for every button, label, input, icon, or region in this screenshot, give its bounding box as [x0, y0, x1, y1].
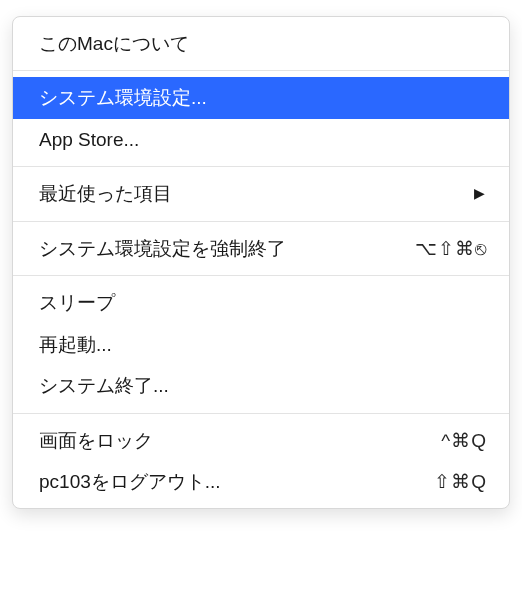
- menu-separator: [13, 413, 509, 414]
- menu-item-shortcut: ⇧⌘Q: [434, 467, 487, 496]
- menu-item-lock-screen[interactable]: 画面をロック ^⌘Q: [13, 420, 509, 461]
- menu-item-label: システム終了...: [39, 371, 487, 400]
- menu-item-label: pc103をログアウト...: [39, 467, 434, 496]
- submenu-arrow-icon: ▶: [474, 183, 485, 205]
- menu-separator: [13, 70, 509, 71]
- menu-item-sleep[interactable]: スリープ: [13, 282, 509, 323]
- menu-item-label: スリープ: [39, 288, 487, 317]
- menu-separator: [13, 275, 509, 276]
- menu-item-shutdown[interactable]: システム終了...: [13, 365, 509, 406]
- menu-item-about-this-mac[interactable]: このMacについて: [13, 23, 509, 64]
- menu-item-system-preferences[interactable]: システム環境設定...: [13, 77, 509, 118]
- menu-item-label: App Store...: [39, 125, 487, 154]
- menu-item-label: 画面をロック: [39, 426, 441, 455]
- menu-item-force-quit[interactable]: システム環境設定を強制終了 ⌥⇧⌘⎋: [13, 228, 509, 269]
- menu-item-recent-items[interactable]: 最近使った項目 ▶: [13, 173, 509, 214]
- menu-item-restart[interactable]: 再起動...: [13, 324, 509, 365]
- menu-item-label: 最近使った項目: [39, 179, 474, 208]
- menu-separator: [13, 166, 509, 167]
- apple-menu: このMacについて システム環境設定... App Store... 最近使った…: [12, 16, 510, 509]
- menu-separator: [13, 221, 509, 222]
- menu-item-shortcut: ^⌘Q: [441, 426, 487, 455]
- menu-item-logout[interactable]: pc103をログアウト... ⇧⌘Q: [13, 461, 509, 502]
- menu-item-shortcut: ⌥⇧⌘⎋: [415, 234, 487, 263]
- menu-item-app-store[interactable]: App Store...: [13, 119, 509, 160]
- menu-item-label: 再起動...: [39, 330, 487, 359]
- menu-item-label: システム環境設定を強制終了: [39, 234, 415, 263]
- menu-item-label: このMacについて: [39, 29, 487, 58]
- menu-item-label: システム環境設定...: [39, 83, 487, 112]
